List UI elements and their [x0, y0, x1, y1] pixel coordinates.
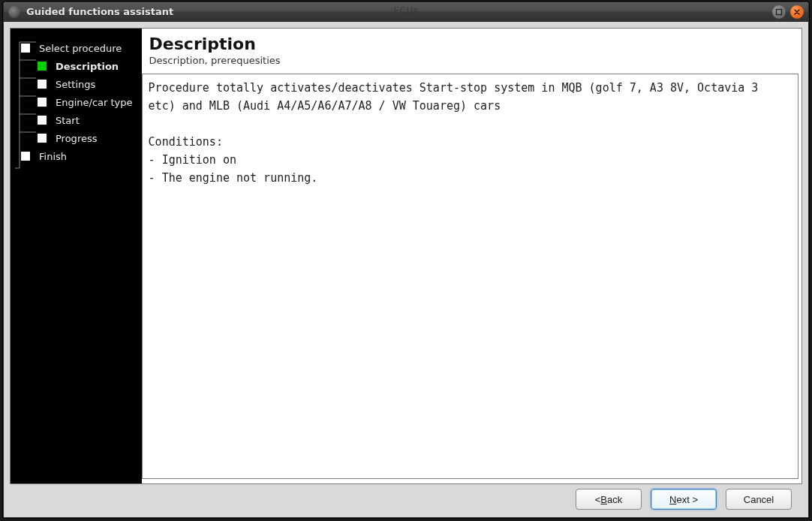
step-label: Engine/car type: [56, 97, 133, 108]
window-controls: [772, 5, 804, 19]
content-header: Description Description, prerequesities: [142, 29, 801, 74]
step-progress[interactable]: Progress: [21, 129, 133, 147]
client-area: Select procedure Description Settings En…: [4, 22, 808, 517]
wizard-sidebar: Select procedure Description Settings En…: [11, 29, 142, 483]
step-marker-icon: [38, 134, 47, 143]
step-start[interactable]: Start: [21, 111, 133, 129]
description-textbox[interactable]: Procedure totally activates/deactivates …: [142, 74, 798, 479]
step-label: Select procedure: [39, 43, 122, 54]
main-panel: Select procedure Description Settings En…: [10, 28, 802, 484]
back-button-rest: ack: [607, 494, 622, 505]
app-icon: [8, 6, 20, 18]
step-marker-icon: [38, 98, 47, 107]
step-finish[interactable]: Finish: [21, 147, 133, 165]
wizard-footer: < Back Next > Cancel: [10, 484, 802, 517]
step-select-procedure[interactable]: Select procedure: [21, 39, 133, 57]
step-label: Progress: [56, 133, 97, 144]
wizard-content: Description Description, prerequesities …: [142, 29, 801, 483]
maximize-icon: [775, 8, 783, 16]
window-title: Guided functions assistant: [26, 6, 173, 17]
step-label: Description: [56, 61, 119, 72]
next-button-rest: ext >: [676, 494, 698, 505]
close-icon: [793, 8, 801, 16]
cancel-button[interactable]: Cancel: [726, 489, 792, 510]
step-marker-icon: [38, 116, 47, 125]
step-marker-icon: [21, 152, 30, 161]
close-button[interactable]: [790, 5, 804, 19]
step-marker-icon: [38, 62, 47, 71]
back-button[interactable]: < Back: [576, 489, 642, 510]
title-bar[interactable]: Guided functions assistant ECUs: [4, 2, 808, 22]
back-button-hotkey: B: [600, 494, 607, 505]
svg-rect-0: [777, 9, 782, 14]
back-button-prefix: <: [595, 494, 601, 505]
step-engine-car-type[interactable]: Engine/car type: [21, 93, 133, 111]
wizard-step-list: Select procedure Description Settings En…: [21, 39, 133, 165]
step-description[interactable]: Description: [21, 57, 133, 75]
step-marker-icon: [38, 80, 47, 89]
step-label: Settings: [56, 79, 95, 90]
app-window: Guided functions assistant ECUs: [3, 2, 809, 518]
step-label: Finish: [39, 151, 67, 162]
step-label: Start: [56, 115, 80, 126]
step-marker-icon: [21, 44, 30, 53]
page-subtitle: Description, prerequesities: [149, 55, 794, 66]
maximize-button[interactable]: [772, 5, 786, 19]
next-button[interactable]: Next >: [651, 489, 717, 510]
step-settings[interactable]: Settings: [21, 75, 133, 93]
page-title: Description: [149, 35, 794, 53]
next-button-hotkey: N: [669, 494, 676, 505]
